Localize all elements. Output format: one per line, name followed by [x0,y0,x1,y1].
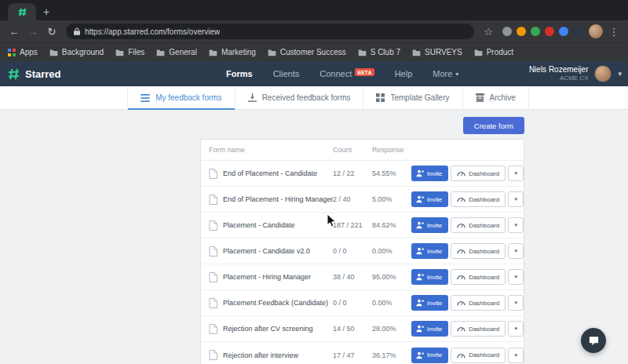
nav-item-forms[interactable]: Forms [226,69,253,78]
intercom-chat-button[interactable] [581,328,606,353]
beta-badge: BETA [355,68,374,76]
table-row: Placement - Hiring Manager38 / 4095.00%I… [201,264,524,290]
folder-icon [209,49,217,56]
form-response: 84.62% [372,221,411,229]
nav-item-more[interactable]: More▾ [433,69,458,78]
dashboard-button[interactable]: Dashboard [451,321,506,337]
extension-icon[interactable] [573,27,582,36]
bookmark-background[interactable]: Background [49,48,104,56]
invite-button[interactable]: Invite [411,321,448,337]
dashboard-button[interactable]: Dashboard [451,243,506,259]
invite-button[interactable]: Invite [411,166,448,181]
folder-icon [115,49,124,56]
table-body: End of Placement - Candidate12 / 2254.55… [201,161,524,364]
bookmark-files[interactable]: Files [115,48,144,56]
dashboard-button[interactable]: Dashboard [451,166,506,181]
dashboard-gauge-icon [457,326,466,332]
bookmark-s-club-7[interactable]: S Club 7 [358,48,400,56]
row-dropdown-button[interactable]: ▾ [508,348,524,363]
form-response: 0.00% [372,299,411,307]
bookmark-general[interactable]: General [156,48,197,56]
invite-button[interactable]: Invite [411,295,448,311]
bookmark-label: Marketing [221,48,256,56]
dashboard-gauge-icon [457,274,466,280]
nav-item-connect[interactable]: ConnectBETA [319,69,374,78]
doc-icon [209,350,223,360]
row-dropdown-button[interactable]: ▾ [508,217,524,233]
dashboard-gauge-icon [457,300,466,306]
form-name: Placement Feedback (Candidate) [223,299,333,307]
archive-icon [476,93,484,102]
bookmark-star-icon[interactable]: ☆ [480,26,496,38]
table-row: Placement Feedback (Candidate)0 / 00.00%… [201,290,524,316]
create-form-button[interactable]: Create form [463,117,524,134]
browser-profile-avatar[interactable] [589,24,603,38]
forward-button[interactable]: → [25,26,41,38]
bookmark-product[interactable]: Product [474,48,513,56]
form-response: 95.00% [372,273,411,281]
row-dropdown-button[interactable]: ▾ [508,191,524,207]
invite-label: Invite [427,326,442,333]
apps-grid-icon [8,49,16,56]
browser-tab[interactable] [8,3,36,20]
form-response: 5.00% [372,195,411,203]
row-dropdown-button[interactable]: ▾ [508,321,524,337]
nav-item-help[interactable]: Help [395,69,413,78]
back-button[interactable]: ← [6,26,22,38]
brand-name: Starred [25,68,61,80]
bookmark-marketing[interactable]: Marketing [209,48,256,56]
tab-archive[interactable]: Archive [462,86,529,109]
extension-icon[interactable] [559,27,568,36]
invite-button[interactable]: Invite [411,269,448,285]
starred-logo[interactable]: Starred [8,68,61,80]
browser-menu-icon[interactable]: ⋮ [606,26,622,38]
bookmark-surveys[interactable]: SURVEYS [412,48,462,56]
invite-button[interactable]: Invite [411,348,448,363]
tab-template-gallery[interactable]: Template Gallery [363,86,462,109]
invite-button[interactable]: Invite [411,243,448,259]
dashboard-gauge-icon [457,222,466,228]
new-tab-button[interactable]: + [36,3,57,20]
nav-item-clients[interactable]: Clients [273,69,300,78]
extension-icon[interactable] [545,27,554,36]
feedback-tabs: My feedback formsReceived feedback forms… [127,86,529,109]
dashboard-button[interactable]: Dashboard [451,217,506,233]
invite-label: Invite [427,170,442,177]
dashboard-button[interactable]: Dashboard [451,295,506,311]
dashboard-button[interactable]: Dashboard [451,191,506,207]
invite-label: Invite [427,351,442,359]
form-name: Rejection after interview [223,351,333,359]
bookmark-label: Apps [20,48,38,56]
row-dropdown-button[interactable]: ▾ [508,295,524,311]
dashboard-button[interactable]: Dashboard [451,269,506,285]
tab-received-feedback-forms[interactable]: Received feedback forms [235,86,363,109]
form-count: 12 / 22 [333,169,372,177]
bookmarks-bar: AppsBackgroundFilesGeneralMarketingCusto… [0,42,628,61]
bookmark-apps[interactable]: Apps [8,48,38,56]
reload-button[interactable]: ↻ [44,26,60,38]
forms-table: Form name Count Response End of Placemen… [200,139,524,364]
invite-button[interactable]: Invite [411,191,448,207]
extension-icon[interactable] [502,27,512,36]
dashboard-label: Dashboard [469,274,499,281]
invite-label: Invite [427,196,442,203]
nav-item-label: More [433,69,452,78]
dashboard-button[interactable]: Dashboard [451,348,506,363]
browser-tab-strip: + [0,0,628,20]
tab-my-feedback-forms[interactable]: My feedback forms [127,86,234,109]
invite-person-icon [416,325,424,333]
row-dropdown-button[interactable]: ▾ [508,166,524,181]
row-dropdown-button[interactable]: ▾ [508,269,524,285]
list-icon [141,94,150,102]
folder-icon [49,49,58,56]
nav-item-label: Connect [319,69,352,78]
extension-icon[interactable] [531,27,540,36]
form-name: End of Placement - Hiring Manager [223,195,333,203]
bookmark-customer-success[interactable]: Customer Success [268,48,346,56]
extension-icon[interactable] [517,27,526,36]
address-bar[interactable]: https://app.starred.com/forms/overview [66,24,474,39]
user-menu[interactable]: Niels Rozemeijer ACME CX ▾ [529,61,622,86]
chevron-down-icon: ▾ [455,71,458,78]
row-dropdown-button[interactable]: ▾ [508,243,524,259]
invite-button[interactable]: Invite [411,217,448,233]
